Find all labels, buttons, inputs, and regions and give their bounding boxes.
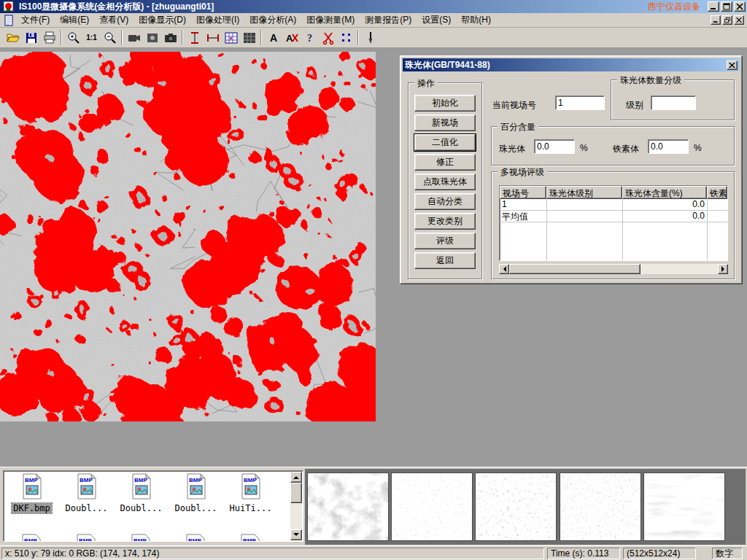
scrollbar-thumb[interactable] bbox=[290, 483, 302, 503]
menu-item-edit[interactable]: 编辑(E) bbox=[55, 12, 94, 28]
vertical-caliper-button[interactable] bbox=[185, 28, 204, 47]
correct-button[interactable]: 修正 bbox=[414, 154, 476, 171]
menu-item-help[interactable]: 帮助(H) bbox=[456, 12, 496, 28]
header-field-no[interactable]: 视场号 bbox=[500, 186, 546, 199]
file-list-scrollbar[interactable] bbox=[290, 472, 302, 540]
bmp-file-icon: BMP bbox=[130, 473, 153, 499]
grid-line bbox=[622, 199, 623, 260]
mdi-close-button[interactable] bbox=[734, 15, 744, 25]
svg-text:BMP: BMP bbox=[244, 477, 257, 483]
file-item-doubl3[interactable]: BMP Doubl... bbox=[169, 473, 222, 513]
svg-text:BMP: BMP bbox=[188, 537, 201, 542]
rating-table[interactable]: 视场号 珠光体级别 珠光体含量(%) 铁素 1 0.0 平均值 0.0 bbox=[499, 185, 728, 261]
snapshot-button[interactable] bbox=[143, 28, 161, 47]
maximize-button[interactable] bbox=[721, 1, 732, 12]
camera-button[interactable] bbox=[161, 28, 179, 47]
file-item-doubl2[interactable]: BMP Doubl... bbox=[115, 473, 168, 513]
help-button[interactable]: ? bbox=[301, 28, 319, 47]
table-row[interactable]: 平均值 0.0 bbox=[500, 211, 727, 222]
header-pearlite-level[interactable]: 珠光体级别 bbox=[546, 186, 622, 199]
header-pearlite-content[interactable]: 珠光体含量(%) bbox=[622, 186, 707, 199]
metallographic-image[interactable] bbox=[0, 52, 376, 421]
new-field-button[interactable]: 新视场 bbox=[414, 114, 476, 131]
bmp-file-icon-partial[interactable]: BMP bbox=[20, 534, 43, 542]
actual-size-button[interactable]: 1:1 bbox=[82, 28, 101, 47]
bmp-file-icon-partial[interactable]: BMP bbox=[74, 534, 98, 542]
auto-classify-button[interactable]: 自动分类 bbox=[414, 193, 476, 210]
bmp-file-icon-partial[interactable]: BMP bbox=[239, 534, 262, 542]
mdi-minimize-button[interactable] bbox=[711, 15, 721, 25]
thumbnail-4[interactable] bbox=[560, 473, 640, 540]
scroll-left-button[interactable] bbox=[499, 264, 509, 274]
close-button[interactable] bbox=[734, 1, 746, 12]
zoom-in-button[interactable] bbox=[64, 28, 82, 47]
print-button[interactable] bbox=[40, 28, 58, 47]
menu-item-settings[interactable]: 设置(S) bbox=[417, 12, 456, 28]
thumbnail-3[interactable] bbox=[476, 473, 556, 540]
toolbar-separator bbox=[357, 30, 359, 45]
points-button[interactable] bbox=[337, 28, 355, 47]
svg-text:A: A bbox=[270, 32, 277, 44]
bmp-file-icon-partial[interactable]: BMP bbox=[129, 534, 152, 542]
menu-item-file[interactable]: 文件(F) bbox=[16, 12, 55, 28]
scroll-up-button[interactable] bbox=[290, 472, 302, 483]
status-time: Time (s): 0.113 bbox=[547, 548, 620, 559]
thumbnail-5[interactable] bbox=[644, 473, 724, 540]
minimize-button[interactable] bbox=[708, 1, 719, 12]
zoom-out-button[interactable] bbox=[101, 28, 119, 47]
file-item-huiti[interactable]: BMP HuiTi... bbox=[224, 473, 277, 513]
measure-grid-button[interactable] bbox=[222, 28, 240, 47]
scroll-right-button[interactable] bbox=[718, 264, 728, 274]
dialog-close-button[interactable] bbox=[727, 61, 738, 70]
return-button[interactable]: 返回 bbox=[414, 252, 476, 269]
table-horizontal-scrollbar[interactable] bbox=[499, 264, 728, 274]
file-item-doubl1[interactable]: BMP Doubl... bbox=[60, 473, 113, 513]
pearlite-percent-input[interactable] bbox=[534, 139, 575, 154]
dark-grid-button[interactable] bbox=[240, 28, 258, 47]
bottom-panel: BMP DKF.bmp BMP Doubl... BMP Doubl... BM… bbox=[0, 467, 747, 545]
help-icon: ? bbox=[303, 31, 317, 45]
mdi-restore-button[interactable] bbox=[722, 15, 732, 25]
menu-item-view[interactable]: 查看(V) bbox=[94, 12, 133, 28]
binarize-button[interactable]: 二值化 bbox=[414, 134, 476, 151]
toolbar-separator bbox=[182, 30, 183, 45]
header-ferrite[interactable]: 铁素 bbox=[707, 186, 727, 199]
change-category-button[interactable]: 更改类别 bbox=[414, 213, 476, 230]
probe-button[interactable] bbox=[361, 28, 379, 47]
file-list[interactable]: BMP DKF.bmp BMP Doubl... BMP Doubl... BM… bbox=[3, 470, 303, 542]
app-icon bbox=[3, 1, 15, 12]
menu-item-image-display[interactable]: 图像显示(D) bbox=[133, 12, 191, 28]
bmp-file-icon-partial[interactable]: BMP bbox=[184, 534, 207, 542]
file-item-dkf[interactable]: BMP DKF.bmp bbox=[5, 473, 58, 513]
horizontal-caliper-button[interactable] bbox=[204, 28, 222, 47]
menu-bar: 文件(F) 编辑(E) 查看(V) 图像显示(D) 图像处理(I) 图像分析(A… bbox=[0, 13, 747, 28]
menu-item-image-measure[interactable]: 图像测量(M) bbox=[301, 12, 360, 28]
pick-pearlite-button[interactable]: 点取珠光体 bbox=[414, 174, 476, 190]
thumbnail-1[interactable] bbox=[308, 473, 388, 540]
scroll-down-button[interactable] bbox=[290, 529, 302, 540]
grade-input[interactable] bbox=[651, 96, 696, 110]
save-button[interactable] bbox=[22, 28, 40, 47]
initialize-button[interactable]: 初始化 bbox=[414, 95, 476, 112]
video-button[interactable] bbox=[125, 28, 143, 47]
text-annotate-button[interactable]: A bbox=[264, 28, 282, 47]
toolbar: 1:1 A A ? bbox=[0, 28, 747, 48]
bmp-file-icon: BMP bbox=[185, 473, 208, 499]
table-row[interactable]: 1 0.0 bbox=[500, 199, 727, 211]
document-icon[interactable] bbox=[3, 15, 15, 26]
text-delete-button[interactable]: A bbox=[282, 28, 301, 47]
cut-button[interactable] bbox=[319, 28, 337, 47]
menu-item-image-analysis[interactable]: 图像分析(A) bbox=[244, 12, 301, 28]
title-bar: IS100显微摄像系统(金相分析版) - [zhuguangti01] 西宁仪器… bbox=[0, 0, 747, 13]
dialog-title-bar[interactable]: 珠光体(GB/T9441-88) bbox=[403, 58, 740, 71]
rate-button[interactable]: 评级 bbox=[414, 233, 476, 249]
menu-item-measure-report[interactable]: 测量报告(P) bbox=[360, 12, 417, 28]
thumbnail-2[interactable] bbox=[392, 473, 472, 540]
bmp-file-icon: BMP bbox=[75, 473, 98, 499]
scrollbar-thumb[interactable] bbox=[509, 264, 640, 274]
current-field-input[interactable] bbox=[555, 96, 605, 110]
menu-item-image-process[interactable]: 图像处理(I) bbox=[191, 12, 244, 28]
ferrite-percent-input[interactable] bbox=[648, 139, 689, 154]
open-button[interactable] bbox=[4, 28, 22, 47]
vertical-caliper-icon bbox=[187, 31, 202, 45]
